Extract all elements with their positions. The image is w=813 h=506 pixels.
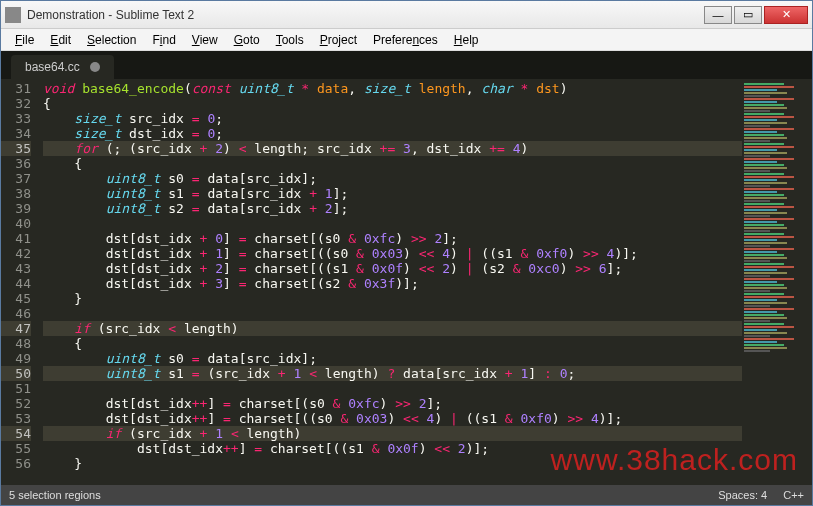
code-line[interactable]: for (; (src_idx + 2) < length; src_idx +… [43, 141, 742, 156]
minimap-line [744, 128, 794, 130]
minimap-line [744, 134, 784, 136]
minimap-line [744, 224, 784, 226]
code-line[interactable]: uint8_t s0 = data[src_idx]; [43, 351, 742, 366]
menu-find[interactable]: Find [144, 31, 183, 49]
menu-help[interactable]: Help [446, 31, 487, 49]
menu-view[interactable]: View [184, 31, 226, 49]
code-line[interactable]: } [43, 291, 742, 306]
minimize-button[interactable]: — [704, 6, 732, 24]
minimap-line [744, 98, 794, 100]
line-number[interactable]: 40 [1, 216, 31, 231]
minimap-line [744, 266, 794, 268]
minimap[interactable] [742, 79, 812, 485]
minimap-line [744, 311, 777, 313]
line-number[interactable]: 46 [1, 306, 31, 321]
status-left: 5 selection regions [9, 489, 101, 501]
line-number[interactable]: 34 [1, 126, 31, 141]
line-number[interactable]: 51 [1, 381, 31, 396]
code-line[interactable]: dst[dst_idx + 3] = charset[(s2 & 0x3f)]; [43, 276, 742, 291]
code-line[interactable]: uint8_t s2 = data[src_idx + 2]; [43, 201, 742, 216]
line-number[interactable]: 50 [1, 366, 31, 381]
line-number[interactable]: 41 [1, 231, 31, 246]
app-icon [5, 7, 21, 23]
line-number[interactable]: 53 [1, 411, 31, 426]
code-line[interactable]: dst[dst_idx++] = charset[((s0 & 0x03) <<… [43, 411, 742, 426]
line-number[interactable]: 42 [1, 246, 31, 261]
line-number[interactable]: 38 [1, 186, 31, 201]
minimap-line [744, 239, 777, 241]
code-line[interactable]: dst[dst_idx++] = charset[(s0 & 0xfc) >> … [43, 396, 742, 411]
menu-file[interactable]: File [7, 31, 42, 49]
line-number[interactable]: 36 [1, 156, 31, 171]
maximize-button[interactable]: ▭ [734, 6, 762, 24]
menu-tools[interactable]: Tools [268, 31, 312, 49]
code-line[interactable]: { [43, 96, 742, 111]
line-number[interactable]: 33 [1, 111, 31, 126]
code-line[interactable]: uint8_t s0 = data[src_idx]; [43, 171, 742, 186]
minimap-line [744, 218, 794, 220]
minimap-line [744, 131, 777, 133]
minimap-line [744, 338, 794, 340]
minimap-line [744, 263, 784, 265]
minimap-line [744, 173, 784, 175]
code-line[interactable]: size_t src_idx = 0; [43, 111, 742, 126]
line-number[interactable]: 35 [1, 141, 31, 156]
line-number[interactable]: 43 [1, 261, 31, 276]
line-number[interactable]: 49 [1, 351, 31, 366]
minimap-line [744, 287, 787, 289]
minimap-line [744, 278, 794, 280]
status-spaces[interactable]: Spaces: 4 [718, 489, 767, 501]
code-line[interactable] [43, 216, 742, 231]
line-number[interactable]: 52 [1, 396, 31, 411]
line-number[interactable]: 44 [1, 276, 31, 291]
line-number[interactable]: 45 [1, 291, 31, 306]
titlebar[interactable]: Demonstration - Sublime Text 2 — ▭ ✕ [1, 1, 812, 29]
line-number[interactable]: 55 [1, 441, 31, 456]
minimap-line [744, 254, 784, 256]
code-line[interactable]: uint8_t s1 = (src_idx + 1 < length) ? da… [43, 366, 742, 381]
minimap-line [744, 110, 770, 112]
menubar: FileEditSelectionFindViewGotoToolsProjec… [1, 29, 812, 51]
close-button[interactable]: ✕ [764, 6, 808, 24]
menu-selection[interactable]: Selection [79, 31, 144, 49]
editor-area: base64.cc 313233343536373839404142434445… [1, 51, 812, 485]
code-line[interactable]: if (src_idx < length) [43, 321, 742, 336]
code-line[interactable] [43, 306, 742, 321]
menu-goto[interactable]: Goto [226, 31, 268, 49]
line-number[interactable]: 39 [1, 201, 31, 216]
minimap-line [744, 320, 770, 322]
menu-preferences[interactable]: Preferences [365, 31, 446, 49]
window-controls: — ▭ ✕ [704, 6, 808, 24]
code-line[interactable]: uint8_t s1 = data[src_idx + 1]; [43, 186, 742, 201]
minimap-line [744, 332, 787, 334]
line-number[interactable]: 37 [1, 171, 31, 186]
code-line[interactable]: } [43, 456, 742, 471]
minimap-line [744, 185, 770, 187]
line-number[interactable]: 48 [1, 336, 31, 351]
code-line[interactable]: size_t dst_idx = 0; [43, 126, 742, 141]
code-line[interactable]: void base64_encode(const uint8_t * data,… [43, 81, 742, 96]
code-line[interactable]: { [43, 156, 742, 171]
code-line[interactable]: { [43, 336, 742, 351]
tab-base64[interactable]: base64.cc [11, 55, 114, 79]
code-line[interactable] [43, 381, 742, 396]
menu-project[interactable]: Project [312, 31, 365, 49]
minimap-line [744, 326, 794, 328]
line-number[interactable]: 31 [1, 81, 31, 96]
line-number[interactable]: 32 [1, 96, 31, 111]
code-line[interactable]: if (src_idx + 1 < length) [43, 426, 742, 441]
line-number[interactable]: 47 [1, 321, 31, 336]
minimap-line [744, 299, 777, 301]
minimap-line [744, 152, 787, 154]
minimap-line [744, 158, 794, 160]
code-line[interactable]: dst[dst_idx + 1] = charset[((s0 & 0x03) … [43, 246, 742, 261]
line-number[interactable]: 54 [1, 426, 31, 441]
line-number[interactable]: 56 [1, 456, 31, 471]
code-line[interactable]: dst[dst_idx + 2] = charset[((s1 & 0x0f) … [43, 261, 742, 276]
code-line[interactable]: dst[dst_idx++] = charset[((s1 & 0x0f) <<… [43, 441, 742, 456]
code-editor[interactable]: void base64_encode(const uint8_t * data,… [37, 79, 742, 485]
menu-edit[interactable]: Edit [42, 31, 79, 49]
code-line[interactable]: dst[dst_idx + 0] = charset[(s0 & 0xfc) >… [43, 231, 742, 246]
status-lang[interactable]: C++ [783, 489, 804, 501]
minimap-line [744, 188, 794, 190]
